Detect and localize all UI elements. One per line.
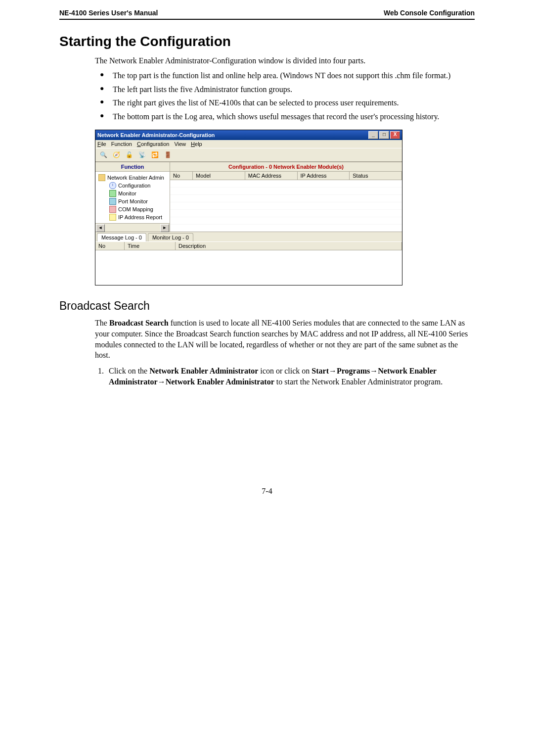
arrow-icon: →	[370, 367, 378, 375]
steps-list: Click on the Network Enabler Administrat…	[95, 366, 475, 388]
function-tree[interactable]: Network Enabler Admin i Configuration Mo…	[95, 172, 170, 223]
arrow-icon: →	[329, 367, 337, 375]
module-list-header: Configuration - 0 Network Enabler Module…	[170, 162, 402, 172]
exit-icon[interactable]: 🚪	[163, 150, 173, 160]
col-model[interactable]: Model	[193, 172, 245, 180]
broadcast-icon[interactable]: 📡	[137, 150, 147, 160]
subsection-title: Broadcast Search	[59, 299, 475, 313]
info-icon: i	[109, 182, 116, 189]
intro-paragraph: The Network Enabler Administrator-Config…	[95, 56, 475, 65]
tree-item-port-monitor[interactable]: Port Monitor	[96, 197, 169, 205]
page-number: 7-4	[59, 487, 475, 496]
tree-item-monitor[interactable]: Monitor	[96, 189, 169, 197]
tree-root[interactable]: Network Enabler Admin	[96, 174, 169, 182]
menu-function[interactable]: Function	[111, 141, 132, 147]
tree-scrollbar[interactable]: ◄ ►	[95, 223, 170, 232]
log-tabs: Message Log - 0 Monitor Log - 0	[95, 232, 402, 241]
tab-monitor-log[interactable]: Monitor Log - 0	[148, 233, 193, 241]
module-list-pane: Configuration - 0 Network Enabler Module…	[170, 162, 402, 232]
col-mac[interactable]: MAC Address	[245, 172, 298, 180]
tree-item-ip-report[interactable]: IP Address Report	[96, 213, 169, 221]
step-1: Click on the Network Enabler Administrat…	[106, 366, 475, 388]
function-pane: Function Network Enabler Admin i Configu…	[95, 162, 170, 232]
running-header: NE-4100 Series User's Manual Web Console…	[59, 9, 475, 20]
ip-report-icon	[109, 214, 116, 221]
log-body[interactable]	[95, 250, 402, 285]
folder-icon	[98, 174, 105, 181]
function-pane-header: Function	[95, 162, 170, 172]
bullet-item: The bottom part is the Log area, which s…	[95, 111, 475, 122]
header-left: NE-4100 Series User's Manual	[59, 9, 158, 17]
broadcast-search-paragraph: The Broadcast Search function is used to…	[95, 318, 475, 360]
tree-root-label: Network Enabler Admin	[107, 175, 164, 181]
tab-message-log[interactable]: Message Log - 0	[97, 233, 146, 241]
menu-file[interactable]: File	[97, 141, 106, 147]
port-monitor-icon	[109, 198, 116, 205]
com-mapping-icon	[109, 206, 116, 213]
section-title: Starting the Configuration	[59, 34, 475, 49]
unlock-icon[interactable]: 🔓	[124, 150, 134, 160]
locate-icon[interactable]: 🧭	[111, 150, 121, 160]
menu-bar: File Function Configuration View Help	[95, 140, 402, 148]
menu-help[interactable]: Help	[191, 141, 202, 147]
log-col-no[interactable]: No	[95, 242, 125, 250]
scroll-left-icon[interactable]: ◄	[96, 224, 105, 232]
header-right: Web Console Configuration	[384, 9, 475, 17]
col-status[interactable]: Status	[350, 172, 402, 180]
log-col-time[interactable]: Time	[125, 242, 176, 250]
col-no[interactable]: No	[170, 172, 193, 180]
arrow-icon: →	[158, 378, 166, 386]
bullet-item: The top part is the function list and on…	[95, 70, 475, 81]
menu-configuration[interactable]: Configuration	[137, 141, 169, 147]
window-titlebar[interactable]: Network Enabler Administrator-Configurat…	[95, 130, 402, 140]
scroll-right-icon[interactable]: ►	[160, 224, 169, 232]
toolbar: 🔍 🧭 🔓 📡 🔁 🚪	[95, 148, 402, 162]
refresh-icon[interactable]: 🔁	[150, 150, 160, 160]
tree-item-configuration[interactable]: i Configuration	[96, 182, 169, 189]
module-grid-header: No Model MAC Address IP Address Status	[170, 172, 402, 180]
module-grid-body[interactable]	[170, 180, 402, 232]
close-button[interactable]: X	[390, 131, 400, 139]
col-ip[interactable]: IP Address	[298, 172, 350, 180]
menu-view[interactable]: View	[174, 141, 186, 147]
app-screenshot: Network Enabler Administrator-Configurat…	[95, 130, 475, 285]
log-header: No Time Description	[95, 241, 402, 250]
window-title: Network Enabler Administrator-Configurat…	[97, 132, 368, 138]
log-col-desc[interactable]: Description	[176, 242, 402, 250]
maximize-button[interactable]: □	[379, 131, 389, 139]
bullet-item: The left part lists the five Administrat…	[95, 84, 475, 95]
monitor-icon	[109, 190, 116, 197]
minimize-button[interactable]: _	[368, 131, 378, 139]
tree-item-com-mapping[interactable]: COM Mapping	[96, 205, 169, 213]
search-icon[interactable]: 🔍	[98, 150, 108, 160]
bullet-item: The right part gives the list of NE-4100…	[95, 97, 475, 108]
bullet-list: The top part is the function list and on…	[95, 70, 475, 122]
